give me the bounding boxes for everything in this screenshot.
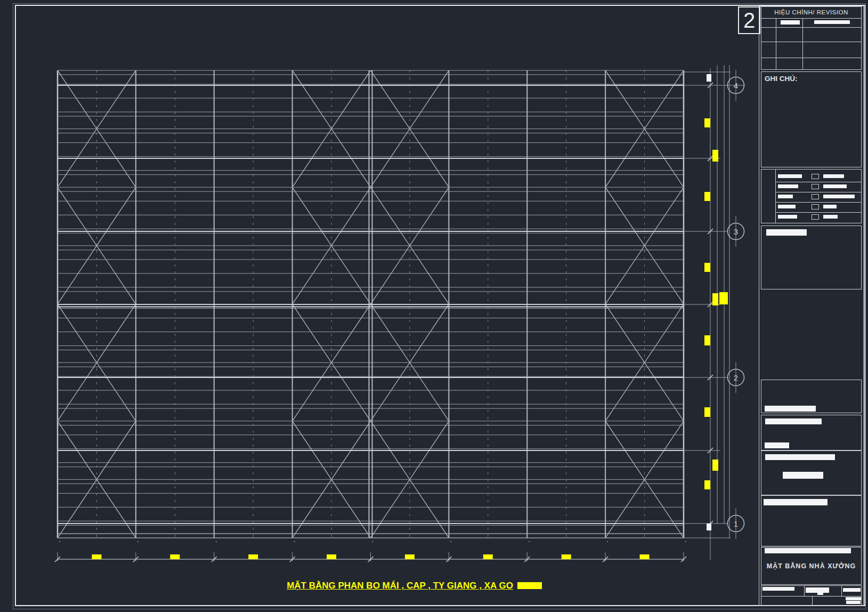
witness-dot bbox=[450, 541, 451, 542]
table-row-line bbox=[761, 58, 861, 58]
redacted-text-bar bbox=[823, 215, 838, 219]
table-column-line bbox=[841, 586, 842, 596]
grid-bubble-label: 4 bbox=[734, 81, 738, 90]
table-row-line bbox=[761, 42, 861, 42]
redacted-text-bar bbox=[823, 205, 837, 208]
table-row-line bbox=[761, 596, 861, 597]
bottom-table bbox=[761, 585, 862, 606]
redacted-text-bar bbox=[823, 184, 847, 188]
drawing-title-text: MẶT BẰNG PHAN BO MÁI , CAP , TY GIANG , … bbox=[287, 581, 513, 591]
page-number: 2 bbox=[743, 9, 755, 32]
witness-dot bbox=[529, 541, 530, 542]
revision-table: HIỆU CHỈNH/ REVISION bbox=[761, 6, 862, 70]
grid-bubble-label: 1 bbox=[734, 519, 738, 528]
dimension-text-highlight bbox=[92, 554, 101, 559]
witness-dot bbox=[607, 541, 608, 542]
table-column-line bbox=[802, 18, 803, 69]
redacted-text-bar bbox=[765, 442, 789, 448]
table-column-line bbox=[776, 18, 776, 69]
highlight-mark bbox=[704, 192, 710, 201]
table-column-line bbox=[804, 586, 805, 596]
redacted-text-bar bbox=[762, 587, 794, 591]
page-number-box: 2 bbox=[738, 6, 760, 34]
panel-block-2 bbox=[761, 380, 862, 413]
redacted-text-bar bbox=[814, 20, 850, 24]
dimension-text-highlight bbox=[640, 554, 650, 559]
legend-divider bbox=[775, 170, 776, 223]
witness-dot bbox=[372, 541, 374, 542]
notes-panel: GHI CHÚ: bbox=[761, 71, 862, 167]
panel-block-5 bbox=[761, 495, 862, 546]
legend-symbol-square bbox=[812, 214, 819, 220]
redacted-text-bar bbox=[766, 229, 807, 236]
legend-symbol-square bbox=[812, 174, 819, 179]
legend-row-line bbox=[775, 202, 861, 203]
witness-dot bbox=[294, 541, 295, 542]
plan-drawing[interactable]: 4321 bbox=[0, 0, 868, 612]
redacted-text-bar bbox=[781, 20, 800, 25]
legend-panel bbox=[761, 169, 862, 223]
dimension-text-highlight bbox=[170, 554, 180, 559]
redacted-text-bar bbox=[846, 597, 861, 600]
grid-bubble-label: 2 bbox=[734, 373, 738, 382]
redacted-text-bar bbox=[765, 548, 851, 553]
legend-symbol-square bbox=[812, 184, 819, 189]
table-row-line bbox=[761, 18, 861, 19]
table-column-line bbox=[812, 596, 813, 606]
dimension-text-highlight bbox=[562, 554, 571, 559]
redacted-text-bar bbox=[765, 406, 816, 412]
highlight-mark bbox=[704, 263, 710, 272]
redacted-text-bar bbox=[778, 215, 797, 219]
grid-bubble-label: 3 bbox=[734, 227, 738, 236]
legend-symbol-square bbox=[812, 194, 819, 199]
redacted-text-bar bbox=[778, 205, 796, 208]
witness-dot bbox=[59, 541, 60, 542]
redacted-text-bar bbox=[783, 472, 823, 479]
dimension-text-highlight bbox=[483, 554, 493, 559]
witness-dot bbox=[216, 541, 217, 542]
redacted-text-bar bbox=[778, 174, 802, 178]
legend-symbol-square bbox=[812, 204, 819, 210]
highlight-mark bbox=[704, 407, 710, 417]
redacted-text-bar bbox=[764, 499, 828, 505]
title-block-text: MẶT BẰNG NHÀ XƯỞNG bbox=[761, 562, 861, 570]
redacted-text-bar bbox=[823, 174, 844, 178]
table-row-line bbox=[761, 27, 861, 28]
dimension-text-highlight bbox=[405, 554, 415, 559]
title-highlight-swatch bbox=[517, 582, 542, 589]
white-mark bbox=[707, 524, 711, 530]
highlight-mark bbox=[704, 480, 710, 489]
highlight-mark bbox=[704, 118, 710, 127]
highlight-mark bbox=[712, 293, 718, 305]
highlight-mark bbox=[712, 460, 718, 471]
redacted-text-bar bbox=[817, 592, 823, 595]
cad-sheet: 4321 2 HIỆU CHỈNH/ REVISION GHI CHÚ: MẶT… bbox=[0, 0, 868, 612]
redacted-text-bar bbox=[778, 195, 793, 198]
white-mark bbox=[707, 74, 711, 82]
witness-dot bbox=[685, 541, 686, 542]
highlight-mark bbox=[712, 150, 718, 162]
redacted-text-bar bbox=[765, 454, 835, 460]
witness-dot bbox=[137, 541, 139, 542]
redacted-text-bar bbox=[823, 195, 855, 198]
title-block: MẶT BẰNG NHÀ XƯỞNG bbox=[761, 547, 862, 585]
notes-label: GHI CHÚ: bbox=[765, 75, 798, 83]
legend-row-line bbox=[775, 212, 861, 213]
revision-title: HIỆU CHỈNH/ REVISION bbox=[761, 7, 861, 18]
highlight-mark bbox=[704, 335, 710, 345]
legend-row-line bbox=[775, 192, 861, 192]
panel-block-3 bbox=[761, 415, 862, 450]
panel-block-4 bbox=[761, 450, 862, 495]
highlight-mark bbox=[719, 292, 728, 304]
panel-block-1 bbox=[761, 226, 862, 289]
legend-row-line bbox=[775, 182, 861, 182]
dimension-text-highlight bbox=[248, 554, 258, 559]
redacted-text-bar bbox=[846, 601, 861, 604]
redacted-text-bar bbox=[778, 184, 798, 188]
redacted-text-bar bbox=[843, 588, 861, 592]
dimension-text-highlight bbox=[327, 554, 336, 559]
drawing-title: MẶT BẰNG PHAN BO MÁI , CAP , TY GIANG , … bbox=[269, 581, 559, 591]
redacted-text-bar bbox=[765, 418, 822, 424]
